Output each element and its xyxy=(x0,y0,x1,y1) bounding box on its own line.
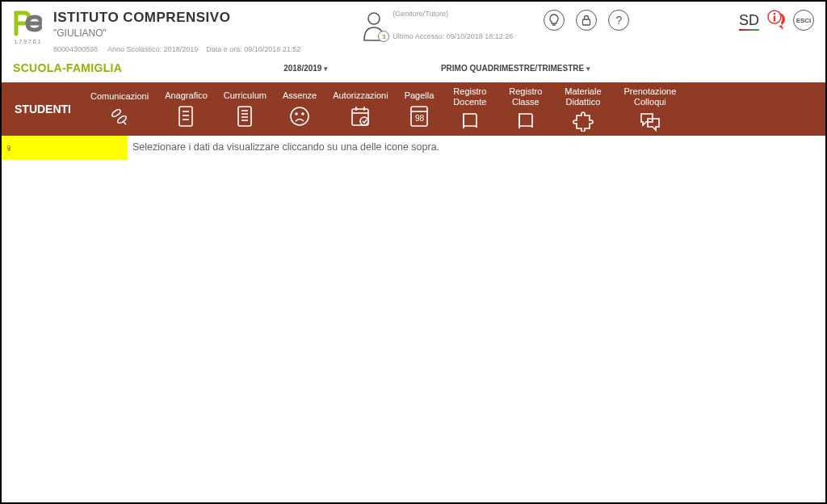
institution-subtitle: "GIULIANO" xyxy=(53,27,300,39)
nav-label: Prenotazione Colloqui xyxy=(624,86,677,107)
institution-title: ISTITUTO COMPRENSIVO xyxy=(53,10,300,26)
nav-label: Comunicazioni xyxy=(90,91,149,102)
header-right: SD ESCI xyxy=(739,10,814,31)
svg-rect-7 xyxy=(179,107,192,126)
gender-icon: ♀ xyxy=(5,141,14,154)
sub-header: SCUOLA-FAMIGLIA 2018/2019 PRIMO QUADRIME… xyxy=(2,57,825,82)
nav-students-label: STUDENTI xyxy=(8,103,82,116)
lightbulb-icon[interactable] xyxy=(544,10,565,31)
nav-anagrafico[interactable]: Anagrafico xyxy=(157,90,216,127)
chat-icon xyxy=(639,111,661,132)
user-avatar[interactable]: 3 xyxy=(360,10,388,45)
selected-student-slot[interactable]: ♀ xyxy=(2,136,128,160)
user-name-redacted xyxy=(393,19,489,31)
report-card-icon: 98 xyxy=(409,105,430,128)
book-icon xyxy=(515,111,536,132)
nav-label: Pagella xyxy=(405,90,434,101)
info-pin-icon[interactable] xyxy=(767,10,785,31)
main-nav: STUDENTI Comunicazioni Anagrafico Curric… xyxy=(2,82,825,136)
content-area: ♀ Selezionare i dati da visualizzare cli… xyxy=(2,136,825,160)
nav-prenotazione-colloqui[interactable]: Prenotazione Colloqui xyxy=(613,86,688,132)
svg-point-16 xyxy=(291,107,309,125)
svg-point-5 xyxy=(111,108,121,118)
institution-meta: 80004300598 Anno Scolastico: 2018/2019 D… xyxy=(53,45,300,53)
nav-label: Assenze xyxy=(283,90,317,101)
header: 1.7.9.7.0.1 ISTITUTO COMPRENSIVO "GIULIA… xyxy=(2,2,825,57)
list-icon xyxy=(235,105,254,128)
svg-rect-11 xyxy=(238,107,251,126)
svg-rect-4 xyxy=(774,16,775,22)
datetime: Data e ora: 09/10/2018 21:52 xyxy=(206,45,300,53)
nav-comunicazioni[interactable]: Comunicazioni xyxy=(82,91,157,126)
nav-autorizzazioni[interactable]: Autorizzazioni xyxy=(325,90,396,127)
institution-code: 80004300598 xyxy=(53,45,98,53)
user-text: (Genitore/Tutore) Ultimo Accesso: 09/10/… xyxy=(393,10,513,40)
help-icon[interactable]: ? xyxy=(608,10,629,31)
school-year: Anno Scolastico: 2018/2019 xyxy=(107,45,198,53)
nav-curriculum[interactable]: Curriculum xyxy=(216,90,275,127)
pills-icon xyxy=(109,106,130,127)
svg-rect-1 xyxy=(583,19,590,25)
content-hint: Selezionare i dati da visualizzare clicc… xyxy=(128,136,439,153)
nav-registro-classe[interactable]: Registro Classe xyxy=(497,86,553,132)
app-logo: 1.7.9.7.0.1 xyxy=(13,10,42,44)
calendar-check-icon xyxy=(350,105,371,128)
puzzle-icon xyxy=(572,111,594,132)
re-logo-icon xyxy=(13,10,42,37)
year-selector[interactable]: 2018/2019 xyxy=(283,64,328,73)
app-version: 1.7.9.7.0.1 xyxy=(14,39,40,44)
user-role: (Genitore/Tutore) xyxy=(393,10,513,18)
nav-label: Registro Docente xyxy=(453,86,486,107)
nav-label: Curriculum xyxy=(224,90,267,101)
book-icon xyxy=(460,111,481,132)
nav-pagella[interactable]: Pagella 98 xyxy=(397,90,443,127)
document-icon xyxy=(176,105,195,128)
sd-logo[interactable]: SD xyxy=(739,12,759,29)
svg-point-3 xyxy=(774,13,776,15)
logout-button[interactable]: ESCI xyxy=(793,10,814,31)
period-selector[interactable]: PRIMO QUADRIMESTRE/TRIMESTRE xyxy=(441,64,590,73)
user-block: 3 (Genitore/Tutore) Ultimo Accesso: 09/1… xyxy=(360,10,513,45)
nav-label: Anagrafico xyxy=(165,90,208,101)
nav-label: Registro Classe xyxy=(509,86,542,107)
institution-block: ISTITUTO COMPRENSIVO "GIULIANO" 80004300… xyxy=(53,10,300,53)
top-action-icons: ? xyxy=(544,10,629,31)
sad-face-icon xyxy=(288,105,311,128)
svg-point-17 xyxy=(296,113,297,115)
svg-text:98: 98 xyxy=(415,114,425,123)
svg-point-18 xyxy=(302,113,304,115)
app-frame: 1.7.9.7.0.1 ISTITUTO COMPRENSIVO "GIULIA… xyxy=(0,0,827,504)
section-title: SCUOLA-FAMIGLIA xyxy=(13,61,122,74)
nav-label: Autorizzazioni xyxy=(333,90,388,101)
nav-materiale-didattico[interactable]: Materiale Didattico xyxy=(553,86,612,132)
last-access: Ultimo Accesso: 09/10/2018 18:12:26 xyxy=(393,32,513,40)
nav-label: Materiale Didattico xyxy=(565,86,601,107)
nav-registro-docente[interactable]: Registro Docente xyxy=(442,86,497,132)
lock-icon[interactable] xyxy=(576,10,597,31)
svg-point-23 xyxy=(360,117,368,125)
svg-point-6 xyxy=(116,115,127,124)
nav-assenze[interactable]: Assenze xyxy=(275,90,325,127)
svg-point-0 xyxy=(368,13,380,24)
